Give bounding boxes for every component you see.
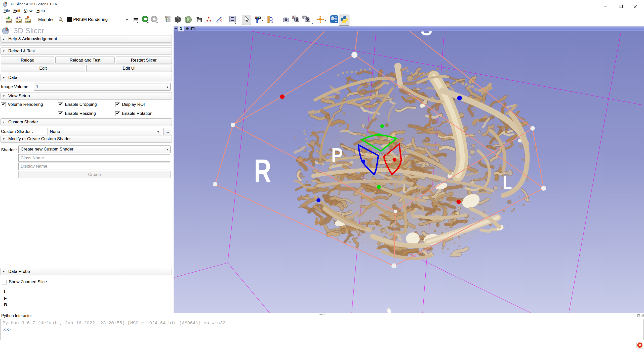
svg-text:L: L: [503, 172, 512, 193]
svg-text:S: S: [420, 31, 432, 39]
svg-text:P: P: [331, 144, 343, 166]
svg-text:R: R: [254, 152, 271, 189]
svg-text:DATA: DATA: [6, 20, 11, 23]
svg-text:✱: ✱: [208, 16, 210, 19]
svg-text:DCM: DCM: [16, 20, 21, 23]
svg-text:SAVE: SAVE: [25, 20, 31, 23]
svg-text:ROI: ROI: [380, 152, 387, 156]
svg-text:✱: ✱: [209, 19, 211, 22]
svg-text:✱: ✱: [206, 19, 208, 22]
